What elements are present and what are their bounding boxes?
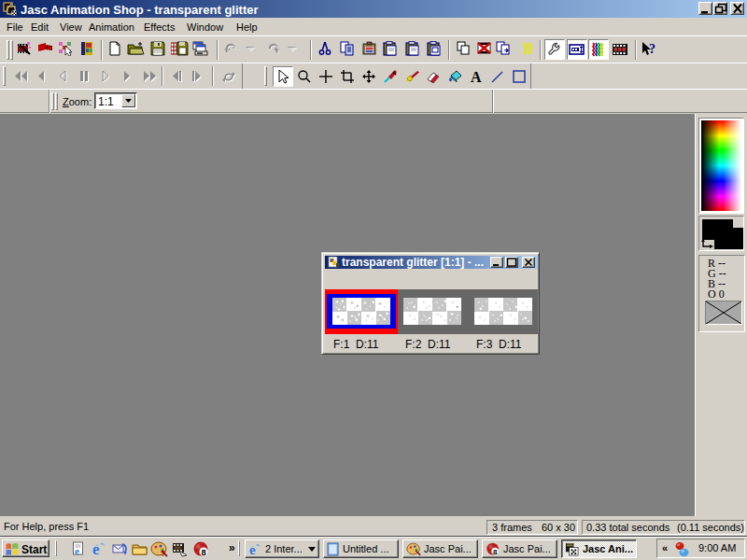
svg-text:e: e bbox=[75, 545, 79, 556]
svg-text:8: 8 bbox=[493, 548, 498, 556]
svg-text:A: A bbox=[471, 69, 482, 84]
svg-text:e: e bbox=[249, 542, 256, 556]
svg-text:?: ? bbox=[161, 549, 166, 557]
svg-text:e: e bbox=[92, 541, 100, 556]
svg-text:8: 8 bbox=[202, 547, 206, 557]
svg-text:?: ? bbox=[649, 42, 655, 56]
